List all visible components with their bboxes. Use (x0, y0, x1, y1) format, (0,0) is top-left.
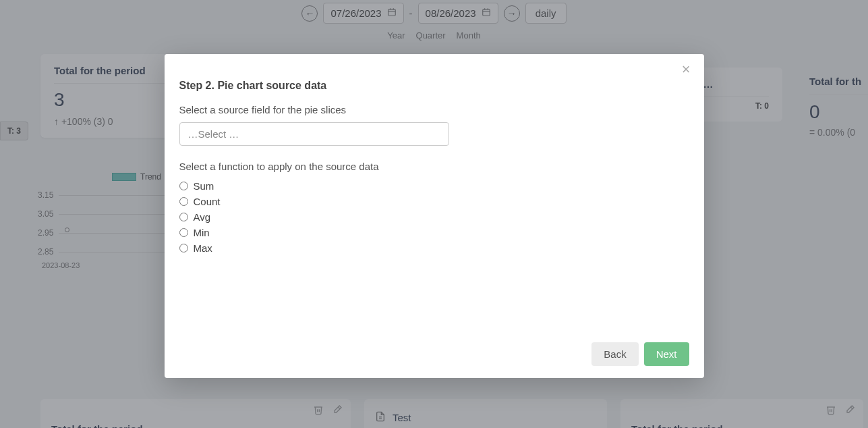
close-icon: × (682, 61, 691, 78)
radio-label: Min (194, 227, 210, 238)
radio-input[interactable] (179, 182, 188, 190)
radio-count[interactable]: Count (179, 196, 689, 207)
next-button[interactable]: Next (644, 342, 689, 366)
radio-input[interactable] (179, 213, 188, 221)
radio-sum[interactable]: Sum (179, 180, 689, 192)
radio-label: Sum (194, 180, 214, 192)
function-radio-group: Sum Count Avg Min Max (179, 180, 689, 254)
modal-overlay: × Step 2. Pie chart source data Select a… (0, 0, 868, 428)
select-placeholder: …Select … (188, 128, 239, 140)
source-field-label: Select a source field for the pie slices (179, 104, 689, 115)
radio-label: Avg (194, 211, 211, 223)
radio-max[interactable]: Max (179, 242, 689, 254)
modal-title: Step 2. Pie chart source data (179, 80, 689, 92)
function-label: Select a function to apply on the source… (179, 161, 689, 172)
radio-label: Count (194, 196, 221, 207)
radio-avg[interactable]: Avg (179, 211, 689, 223)
close-button[interactable]: × (678, 61, 695, 78)
radio-label: Max (194, 242, 212, 254)
source-field-select[interactable]: …Select … (179, 122, 449, 146)
back-button[interactable]: Back (591, 342, 638, 366)
radio-input[interactable] (179, 228, 188, 237)
radio-input[interactable] (179, 197, 188, 206)
modal-footer: Back Next (179, 331, 689, 366)
radio-min[interactable]: Min (179, 227, 689, 238)
radio-input[interactable] (179, 244, 188, 252)
pie-chart-wizard-modal: × Step 2. Pie chart source data Select a… (165, 54, 704, 378)
